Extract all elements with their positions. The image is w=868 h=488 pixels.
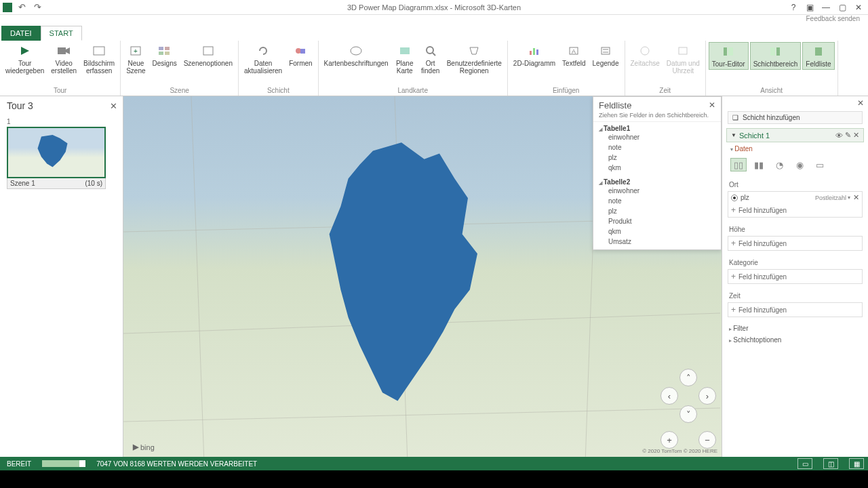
scene-designs-button[interactable]: Designs (150, 42, 180, 76)
height-label: Höhe (729, 226, 863, 233)
view-mode-2-icon[interactable]: ◫ (823, 458, 838, 469)
map-labels-button[interactable]: Kartenbeschriftungen (321, 42, 391, 76)
fieldlist-field[interactable]: einwohner (599, 132, 715, 142)
map-zoom-out-icon[interactable]: − (698, 431, 716, 449)
viz-bubble-icon[interactable]: ◔ (771, 158, 787, 171)
data-section-header[interactable]: Daten (730, 145, 863, 152)
textbox-button[interactable]: ATextfeld (559, 42, 588, 68)
map-canvas[interactable]: ▶bing © 2020 TomTom © 2020 HERE ˄ ˅ ‹ › … (123, 96, 722, 457)
minimize-icon[interactable]: ― (818, 1, 834, 14)
play-tour-button[interactable]: Tour wiedergeben (3, 42, 47, 76)
tour-panel: Tour 3 ✕ 1 Szene 1 (10 s) (0, 96, 123, 457)
svg-marker-0 (21, 47, 29, 55)
layerpanel-close-icon[interactable]: ✕ (857, 98, 864, 108)
location-field-row[interactable]: plz Postleitzahl ▾ ✕ (728, 192, 862, 203)
svg-rect-28 (724, 47, 727, 56)
add-layer-button[interactable]: ❑ Schicht hinzufügen (728, 111, 863, 124)
viz-heatmap-icon[interactable]: ◉ (791, 158, 808, 171)
view-mode-1-icon[interactable]: ▭ (797, 458, 812, 469)
tab-file[interactable]: DATEI (1, 26, 41, 41)
svg-rect-19 (533, 48, 535, 55)
location-label: Ort (729, 181, 863, 188)
fieldlist-table[interactable]: Tabelle2 (599, 178, 715, 186)
legend-button[interactable]: Legende (590, 42, 622, 68)
map-tilt-up-icon[interactable]: ˄ (679, 369, 697, 386)
svg-rect-8 (159, 52, 163, 55)
map-tilt-down-icon[interactable]: ˅ (679, 405, 697, 423)
create-video-button[interactable]: Video erstellen (48, 42, 79, 76)
fieldlist-field[interactable]: note (599, 142, 715, 152)
map-zoom-in-icon[interactable]: + (660, 431, 678, 449)
ribbon-toggle-icon[interactable]: ▣ (802, 1, 818, 14)
status-bar: BEREIT 7047 VON 8168 WERTEN WERDEN VERAR… (0, 457, 868, 470)
map-rotate-left-icon[interactable]: ‹ (660, 387, 678, 405)
fieldlist-field[interactable]: Umsatz (599, 237, 715, 247)
feedback-link[interactable]: Feedback senden (0, 15, 868, 26)
viz-region-icon[interactable]: ▭ (812, 158, 828, 171)
timeline-button: Zeitachse (628, 42, 663, 76)
layer-options-section[interactable]: Schichtoptionen (729, 336, 863, 344)
view-mode-3-icon[interactable]: ▦ (849, 458, 864, 469)
close-icon[interactable]: ✕ (850, 1, 867, 14)
fieldlist-button[interactable]: Feldliste (802, 42, 834, 70)
fieldlist-field[interactable]: plz (599, 152, 715, 163)
pencil-icon[interactable]: ✎ (845, 131, 851, 140)
chevron-down-icon[interactable]: ▾ (848, 195, 850, 201)
svg-rect-12 (300, 49, 305, 54)
fieldlist-field[interactable]: plz (599, 206, 715, 216)
maximize-icon[interactable]: ▢ (834, 1, 850, 14)
flat-map-button[interactable]: Plane Karte (393, 42, 417, 76)
layer-pane-button[interactable]: Schichtbereich (750, 42, 802, 70)
help-icon[interactable]: ? (785, 1, 802, 14)
svg-line-35 (123, 408, 720, 422)
scene-options-button[interactable]: Szenenoptionen (181, 42, 235, 76)
fieldlist-close-icon[interactable]: ✕ (709, 100, 715, 110)
radio-checked-icon[interactable] (731, 195, 738, 201)
custom-regions-button[interactable]: Benutzerdefinierte Regionen (444, 42, 505, 76)
add-category-field-button[interactable]: +Feld hinzufügen (728, 270, 862, 283)
fieldlist-field[interactable]: qkm (599, 226, 715, 237)
undo-icon[interactable]: ↶ (16, 2, 28, 12)
fieldlist-field[interactable]: einwohner (599, 186, 715, 196)
fieldlist-field[interactable]: Produkt (599, 216, 715, 226)
status-ready: BEREIT (7, 460, 31, 468)
map-rotate-right-icon[interactable]: › (698, 387, 716, 405)
shapes-button[interactable]: Formen (286, 42, 315, 76)
svg-point-11 (296, 48, 301, 54)
tab-strip: DATEI START (0, 26, 868, 41)
add-location-field-button[interactable]: +Feld hinzufügen (728, 203, 862, 217)
scene-thumbnail[interactable] (7, 127, 106, 178)
svg-point-15 (427, 47, 433, 54)
eye-icon[interactable]: 👁 (835, 131, 843, 140)
tour-close-icon[interactable]: ✕ (110, 101, 117, 111)
status-progress-text: 7047 VON 8168 WERTEN WERDEN VERARBEITET (96, 460, 257, 468)
tour-editor-button[interactable]: Tour-Editor (709, 42, 749, 70)
scene-name: Szene 1 (10, 180, 35, 187)
delete-icon[interactable]: ✕ (853, 131, 859, 140)
capture-screen-button[interactable]: Bildschirm erfassen (81, 42, 117, 76)
2d-chart-button[interactable]: 2D-Diagramm (511, 42, 558, 68)
redo-icon[interactable]: ↷ (32, 2, 43, 12)
remove-field-icon[interactable]: ✕ (853, 193, 859, 202)
layer-panel: ✕ ❑ Schicht hinzufügen ▼ Schicht 1 👁 ✎ ✕… (722, 96, 868, 457)
svg-marker-2 (66, 47, 70, 54)
viz-clustered-column-icon[interactable]: ▮▮ (751, 158, 767, 171)
svg-rect-30 (770, 47, 775, 56)
add-time-field-button[interactable]: +Feld hinzufügen (728, 303, 862, 317)
refresh-data-button[interactable]: Daten aktualisieren (241, 42, 285, 76)
new-scene-button[interactable]: +Neue Szene (123, 42, 148, 76)
fieldlist-field[interactable]: qkm (599, 163, 715, 173)
viz-stacked-column-icon[interactable]: ▯▯ (730, 158, 747, 171)
add-height-field-button[interactable]: +Feld hinzufügen (728, 237, 862, 250)
find-location-button[interactable]: Ort finden (418, 42, 443, 76)
datetime-button: Datum und Uhrzeit (664, 42, 703, 76)
titlebar: ↶ ↷ 3D Power Map Diagramm.xlsx - Microso… (0, 0, 868, 15)
fieldlist-field[interactable]: note (599, 196, 715, 206)
fieldlist-table[interactable]: Tabelle1 (599, 125, 715, 132)
filter-section[interactable]: Filter (729, 325, 863, 332)
group-insert-label: Einfügen (511, 87, 622, 96)
svg-rect-31 (776, 47, 780, 56)
layer-header[interactable]: ▼ Schicht 1 👁 ✎ ✕ (726, 128, 864, 142)
tab-start[interactable]: START (41, 26, 82, 41)
layers-icon: ❑ (732, 114, 738, 121)
